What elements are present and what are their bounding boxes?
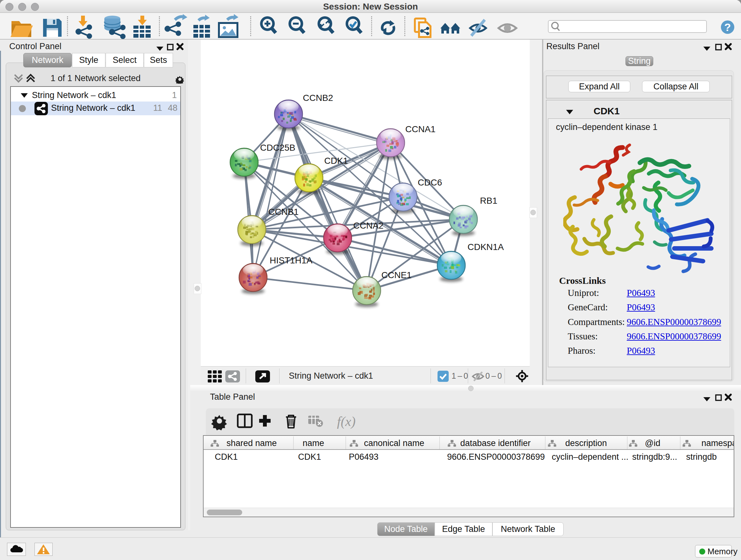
- svg-text:CDK1: CDK1: [324, 156, 348, 166]
- svg-text:f(x): f(x): [337, 414, 355, 429]
- svg-text:?: ?: [724, 21, 731, 33]
- svg-text:CCNB1: CCNB1: [268, 207, 299, 217]
- svg-text:RB1: RB1: [480, 196, 497, 206]
- svg-text:CDKN1A: CDKN1A: [468, 242, 504, 252]
- svg-text:HIST1H1A: HIST1H1A: [270, 255, 313, 265]
- svg-text:CCNA1: CCNA1: [405, 124, 435, 134]
- svg-text:CDC25B: CDC25B: [260, 143, 295, 152]
- svg-text:CCNE1: CCNE1: [381, 270, 412, 280]
- svg-text:CDC6: CDC6: [418, 178, 442, 187]
- svg-text:CCNA2: CCNA2: [353, 221, 384, 231]
- svg-text:CCNB2: CCNB2: [303, 93, 333, 103]
